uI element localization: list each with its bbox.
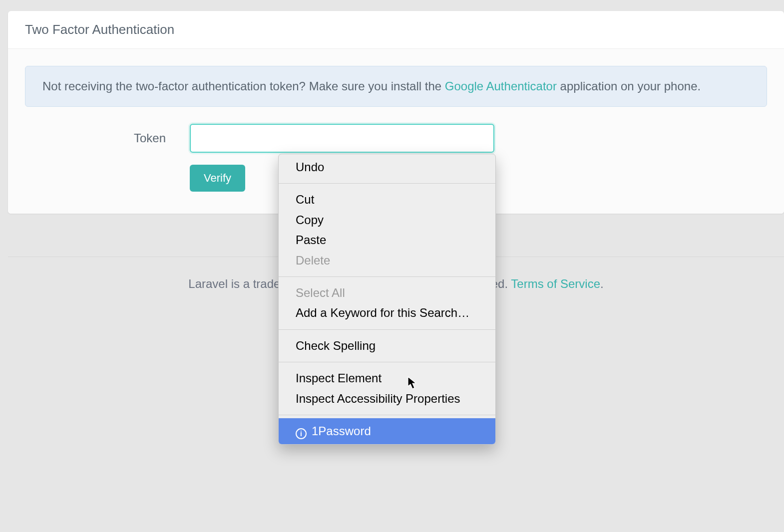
context-menu-separator: [279, 415, 495, 415]
context-menu-item-label: Paste: [296, 233, 326, 247]
card-title: Two Factor Authentication: [8, 11, 784, 49]
context-menu-item-delete: Delete: [279, 251, 495, 273]
google-authenticator-link[interactable]: Google Authenticator: [445, 79, 557, 93]
context-menu-separator: [279, 183, 495, 184]
context-menu-item-label: Select All: [296, 286, 345, 299]
context-menu-item-label: Undo: [296, 160, 324, 174]
alert-text-post: application on your phone.: [557, 79, 701, 93]
context-menu-item-label: Inspect Accessibility Properties: [296, 392, 460, 405]
terms-of-service-link[interactable]: Terms of Service: [511, 277, 600, 290]
token-input[interactable]: [190, 124, 494, 153]
context-menu-item-paste[interactable]: Paste: [279, 230, 495, 250]
context-menu-separator: [279, 276, 495, 277]
context-menu-item-label: 1Password: [312, 424, 371, 438]
context-menu-item-copy[interactable]: Copy: [279, 210, 495, 230]
context-menu-item-undo[interactable]: Undo: [279, 154, 495, 180]
context-menu-item-label: Inspect Element: [296, 371, 382, 385]
context-menu[interactable]: UndoCutCopyPasteDeleteSelect AllAdd a Ke…: [278, 154, 496, 445]
verify-button[interactable]: Verify: [190, 165, 245, 192]
token-label: Token: [25, 131, 190, 145]
1password-icon: i: [296, 428, 307, 439]
context-menu-separator: [279, 329, 495, 330]
context-menu-item-cut[interactable]: Cut: [279, 187, 495, 210]
info-alert: Not receiving the two-factor authenticat…: [25, 66, 767, 107]
context-menu-item-label: Check Spelling: [296, 339, 376, 352]
alert-text-pre: Not receiving the two-factor authenticat…: [42, 79, 445, 93]
context-menu-item-label: Delete: [296, 254, 330, 267]
context-menu-item-select-all: Select All: [279, 280, 495, 303]
context-menu-item-label: Copy: [296, 213, 324, 227]
context-menu-item-inspect-accessibility-properties[interactable]: Inspect Accessibility Properties: [279, 389, 495, 412]
token-row: Token: [25, 124, 767, 153]
context-menu-item-add-a-keyword-for-this-search[interactable]: Add a Keyword for this Search…: [279, 303, 495, 326]
context-menu-separator: [279, 362, 495, 362]
context-menu-item-1password[interactable]: i1Password: [279, 418, 495, 444]
context-menu-item-inspect-element[interactable]: Inspect Element: [279, 365, 495, 388]
context-menu-item-label: Cut: [296, 193, 314, 206]
context-menu-item-label: Add a Keyword for this Search…: [296, 306, 469, 319]
footer-period: .: [600, 277, 604, 290]
context-menu-item-check-spelling[interactable]: Check Spelling: [279, 333, 495, 359]
